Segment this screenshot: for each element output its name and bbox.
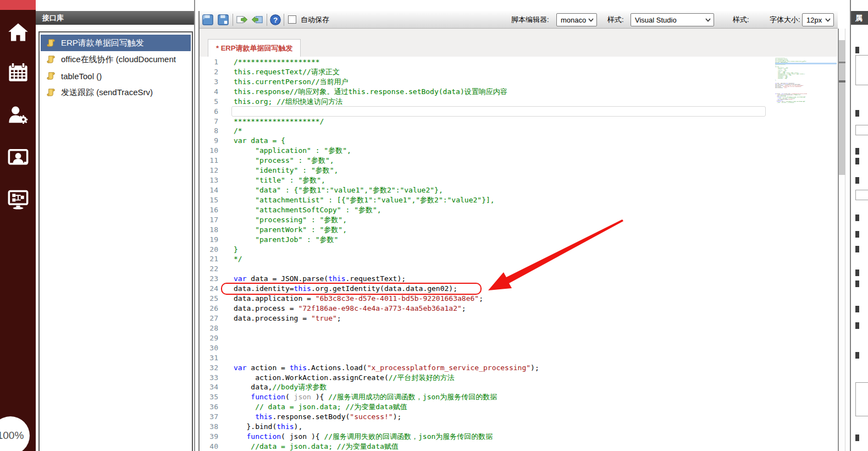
- clipped-label: [855, 148, 859, 155]
- code-line: this.currentPerson//当前用户: [234, 77, 539, 87]
- home-icon[interactable]: [8, 22, 29, 43]
- script-scroll-icon: [46, 38, 56, 48]
- style-label: 样式:: [607, 11, 624, 29]
- style-value: Visual Studio: [635, 16, 677, 24]
- minimap[interactable]: /*******************this.requestText//请求…: [775, 57, 807, 288]
- line-number: 40: [200, 442, 218, 451]
- help-icon[interactable]: ?: [269, 14, 281, 26]
- line-number: 2: [200, 67, 218, 77]
- line-number: 37: [200, 412, 218, 422]
- clipped-label: [855, 435, 859, 441]
- code-line: "data" : {"参数1":"value1","参数2":"value2"}…: [234, 185, 539, 195]
- code-line: //data = json.data; //为变量data赋值: [234, 442, 539, 451]
- app-logo-block[interactable]: [0, 0, 36, 10]
- style2-label: 样式:: [733, 11, 749, 29]
- process-monitor-icon[interactable]: [8, 189, 29, 210]
- line-number: 19: [200, 235, 218, 245]
- clipped-field[interactable]: [855, 190, 868, 200]
- clipped-label: [855, 322, 859, 329]
- code-line: function( json ){ //服务调用成功的回调函数，json为服务传…: [234, 392, 539, 402]
- line-number: 28: [200, 323, 218, 333]
- code-line: this.org; //组织快速访问方法: [234, 97, 539, 107]
- user-settings-icon[interactable]: [8, 105, 29, 125]
- code-line: "title" : "参数",: [234, 175, 539, 185]
- scrollbar-mark: [839, 62, 845, 63]
- line-number: 14: [200, 185, 218, 195]
- clipped-label: [855, 215, 859, 221]
- toolbar-separator: [284, 14, 284, 26]
- zoom-level-badge[interactable]: 100%: [0, 416, 30, 451]
- editor-toolbar: ? 自动保存 脚本编辑器: monaco 样式: Visual Studio 样…: [200, 11, 838, 29]
- font-size-value: 12px: [806, 16, 822, 24]
- line-number: 22: [200, 264, 218, 274]
- scrollbar-thumb[interactable]: [839, 40, 845, 175]
- line-number: 25: [200, 294, 218, 304]
- code-line: "process" : "参数",: [234, 156, 539, 166]
- line-number: 12: [200, 166, 218, 175]
- import-icon[interactable]: [251, 14, 263, 26]
- line-number: 15: [200, 195, 218, 205]
- line-number: 31: [200, 353, 218, 363]
- line-number: 30: [200, 343, 218, 353]
- tab-active[interactable]: * ERP请款单据回写触发: [208, 39, 301, 57]
- code-line: data.processing = "true";: [234, 314, 539, 323]
- chevron-down-icon: [588, 18, 594, 22]
- zoom-level-label: 100%: [0, 430, 24, 442]
- properties-panel-header: 属: [851, 11, 868, 25]
- code-line: }.bind(this),: [234, 422, 539, 432]
- clipped-label: [855, 280, 859, 287]
- tab-title: * ERP请款单据回写触发: [216, 43, 292, 53]
- line-number: 8: [200, 126, 218, 136]
- library-item[interactable]: office在线协作 (cloudDocument: [41, 51, 191, 68]
- app-sidebar: 100%: [0, 0, 36, 451]
- code-line: this.response.setBody("success!");: [234, 412, 539, 422]
- clipped-field[interactable]: [855, 55, 868, 85]
- library-item-label: office在线协作 (cloudDocument: [61, 54, 176, 65]
- code-line: action.WorkAction.assignCreate(//平台封装好的方…: [234, 373, 539, 383]
- autosave-checkbox[interactable]: [288, 15, 296, 24]
- code-line: [234, 107, 539, 117]
- code-line: /*: [234, 126, 539, 136]
- code-line: [234, 333, 539, 343]
- save-icon[interactable]: [202, 14, 214, 26]
- clipped-field[interactable]: [855, 382, 868, 416]
- code-line: /*******************: [234, 57, 539, 67]
- script-editor-select[interactable]: monaco: [556, 13, 597, 26]
- user-monitor-icon[interactable]: [8, 147, 29, 168]
- line-number: 4: [200, 87, 218, 97]
- line-number: 27: [200, 314, 218, 323]
- code-line: this.response//响应对象。通过this.response.setB…: [234, 87, 539, 97]
- properties-panel-title: 属: [855, 14, 863, 22]
- style-select[interactable]: Visual Studio: [631, 13, 714, 26]
- library-item[interactable]: 发送跟踪 (sendTraceSrv): [41, 84, 191, 101]
- font-size-select[interactable]: 12px: [802, 13, 834, 26]
- clipped-label: [855, 270, 859, 276]
- line-number: 17: [200, 215, 218, 225]
- clipped-field[interactable]: [855, 125, 868, 135]
- code-line: "attachmentList" : [{"参数1":"value1","参数2…: [234, 195, 539, 205]
- clipped-label: [855, 306, 859, 312]
- minimap-current-line: [775, 63, 837, 64]
- code-line: // data = json.data; //为变量data赋值: [234, 402, 539, 412]
- line-number: 32: [200, 363, 218, 373]
- scrollbar-mark: [839, 80, 845, 82]
- line-number: 9: [200, 136, 218, 146]
- line-number: 7: [200, 117, 218, 127]
- clipped-label: [855, 47, 859, 53]
- calendar-icon[interactable]: [8, 62, 29, 82]
- script-scroll-icon: [46, 87, 56, 98]
- font-size-label: 字体大小:: [770, 11, 800, 29]
- library-item[interactable]: ERP请款单据回写触发: [41, 35, 191, 51]
- export-icon[interactable]: [236, 14, 248, 26]
- library-item[interactable]: tableTool (): [41, 68, 191, 84]
- script-scroll-icon: [46, 54, 56, 65]
- panel-divider[interactable]: [194, 0, 195, 451]
- line-number: 16: [200, 205, 218, 215]
- library-panel-header: 接口库: [36, 11, 194, 25]
- save-as-icon[interactable]: [217, 14, 229, 26]
- line-number: 29: [200, 333, 218, 343]
- chevron-down-icon: [705, 18, 711, 22]
- line-number: 18: [200, 225, 218, 235]
- line-number: 6: [200, 107, 218, 117]
- annotation-highlight-box: [221, 283, 482, 295]
